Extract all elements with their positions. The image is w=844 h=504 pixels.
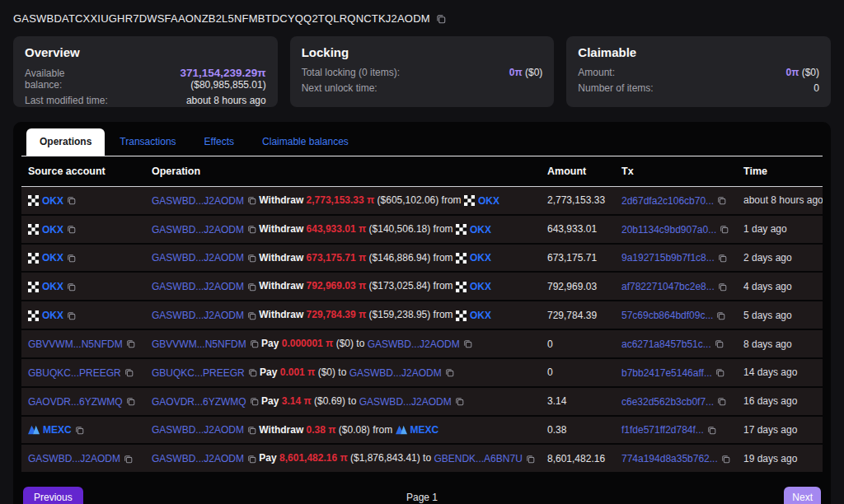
tx-link[interactable]: 9a192715b9b7f1c8... [621,252,715,264]
copy-icon[interactable] [715,368,724,377]
exchange-link[interactable]: OKX [42,195,63,207]
column-header-amount: Amount [541,156,615,187]
exchange-link[interactable]: OKX [42,224,63,236]
account-link[interactable]: GASWBD...J2AODM [152,252,244,264]
copy-icon[interactable] [247,196,256,205]
exchange-link[interactable]: OKX [470,310,491,321]
tx-link[interactable]: 774a194d8a35b762... [621,453,718,464]
okx-icon [28,195,39,206]
account-link[interactable]: GASWBD...J2AODM [152,195,244,207]
okx-icon [456,224,467,235]
copy-icon[interactable] [126,339,135,348]
tx-link[interactable]: 20b1134c9bd907a0... [621,224,716,236]
copy-icon[interactable] [526,455,535,464]
exchange-entity: MEXC [28,424,84,436]
copy-icon[interactable] [247,282,256,292]
amount-cell: 0.38 [541,416,615,445]
account-link[interactable]: GASWBD...J2AODM [152,281,244,292]
copy-icon[interactable] [721,455,730,464]
copy-icon[interactable] [720,225,729,234]
operation-preposition: from [434,280,453,292]
account-link[interactable]: GASWBD...J2AODM [152,224,244,236]
tx-link[interactable]: b7bb2417e5146aff... [621,367,712,379]
tx-link[interactable]: ac6271a8457b51c... [621,338,711,350]
tab-operations[interactable]: Operations [26,128,105,156]
exchange-link[interactable]: OKX [470,252,491,264]
tab-claimable-balances[interactable]: Claimable balances [249,128,362,156]
exchange-link[interactable]: OKX [470,281,491,292]
account-address-bar: GASWBDATCXXIUGHR7DWSFAAONZB2L5NFMBTDCYQQ… [13,12,831,25]
copy-icon[interactable] [715,339,724,348]
copy-icon[interactable] [124,368,134,377]
claimable-amount-usd: ($0) [802,67,819,78]
account-link[interactable]: GASWBD...J2AODM [152,453,244,464]
exchange-link[interactable]: MEXC [43,424,72,436]
account-link[interactable]: GASWBD...J2AODM [349,367,442,379]
tx-cell: 20b1134c9bd907a0... [615,215,737,244]
copy-icon[interactable] [67,311,76,320]
exchange-link[interactable]: OKX [478,195,499,207]
copy-icon[interactable] [247,225,256,234]
account-entity: GASWBD...J2AODM [359,396,464,408]
previous-page-button[interactable]: Previous [23,487,83,504]
exchange-link[interactable]: OKX [42,252,63,264]
source-cell: GBUQKC...PREEGR [21,358,145,387]
account-link[interactable]: GAOVDR...6YZWMQ [28,396,123,408]
copy-icon[interactable] [716,311,725,320]
exchange-link[interactable]: OKX [42,281,63,292]
copy-icon[interactable] [718,282,727,292]
account-link[interactable]: GASWBD...J2AODM [28,453,120,464]
account-link[interactable]: GBUQKC...PREEGR [28,367,121,379]
account-link[interactable]: GBUQKC...PREEGR [152,367,245,379]
copy-icon[interactable] [247,455,256,464]
next-page-button[interactable]: Next [784,487,821,504]
account-link[interactable]: GASWBD...J2AODM [359,396,452,408]
exchange-link[interactable]: OKX [42,310,63,321]
copy-icon[interactable] [455,397,464,406]
tab-transactions[interactable]: Transactions [106,128,189,156]
operation-amount: 729,784.39 π [307,309,367,320]
copy-icon[interactable] [247,254,256,263]
copy-icon[interactable] [707,426,716,435]
copy-icon[interactable] [126,397,135,406]
copy-icon[interactable] [436,14,446,24]
copy-icon[interactable] [247,426,256,435]
exchange-link[interactable]: OKX [470,224,491,236]
copy-icon[interactable] [463,339,472,348]
copy-icon[interactable] [124,455,133,464]
tx-link[interactable]: 57c69cb864bdf09c... [621,310,713,321]
operation-amount: 643,933.01 π [307,223,367,235]
tx-link[interactable]: af782271047bc2e8... [621,281,715,292]
copy-icon[interactable] [248,368,257,377]
copy-icon[interactable] [445,368,454,377]
copy-icon[interactable] [718,254,727,263]
copy-icon[interactable] [67,225,76,234]
account-link[interactable]: GASWBD...J2AODM [152,310,244,321]
tab-effects[interactable]: Effects [191,128,247,156]
tx-link[interactable]: 2d67dfa2c106cb70... [621,195,714,207]
exchange-entity: OKX [28,310,76,321]
copy-icon[interactable] [75,426,84,435]
operation-usd: ($173,025.84) [369,280,431,292]
exchange-entity: OKX [28,224,76,236]
account-link[interactable]: GAOVDR...6YZWMQ [152,396,246,408]
account-link[interactable]: GBENDK...A6BN7U [434,453,522,464]
copy-icon[interactable] [717,196,726,205]
copy-icon[interactable] [250,339,259,348]
copy-icon[interactable] [67,282,76,292]
copy-icon[interactable] [67,196,76,205]
copy-icon[interactable] [250,397,259,406]
tx-link[interactable]: c6e32d562b3cb0f7... [621,396,714,408]
account-link[interactable]: GASWBD...J2AODM [368,338,460,350]
copy-icon[interactable] [717,397,726,406]
account-link[interactable]: GASWBD...J2AODM [152,424,244,436]
tx-link[interactable]: f1fde571ff2d784f... [621,424,704,436]
account-link[interactable]: GBVVWM...N5NFDM [28,338,123,350]
exchange-link[interactable]: MEXC [410,424,439,436]
table-body: OKXGASWBD...J2AODM Withdraw 2,773,153.33… [21,187,823,474]
copy-icon[interactable] [247,311,256,320]
copy-icon[interactable] [67,254,76,263]
okx-icon [464,195,475,206]
account-link[interactable]: GBVVWM...N5NFDM [152,338,246,350]
source-cell: GASWBD...J2AODM [21,444,145,473]
